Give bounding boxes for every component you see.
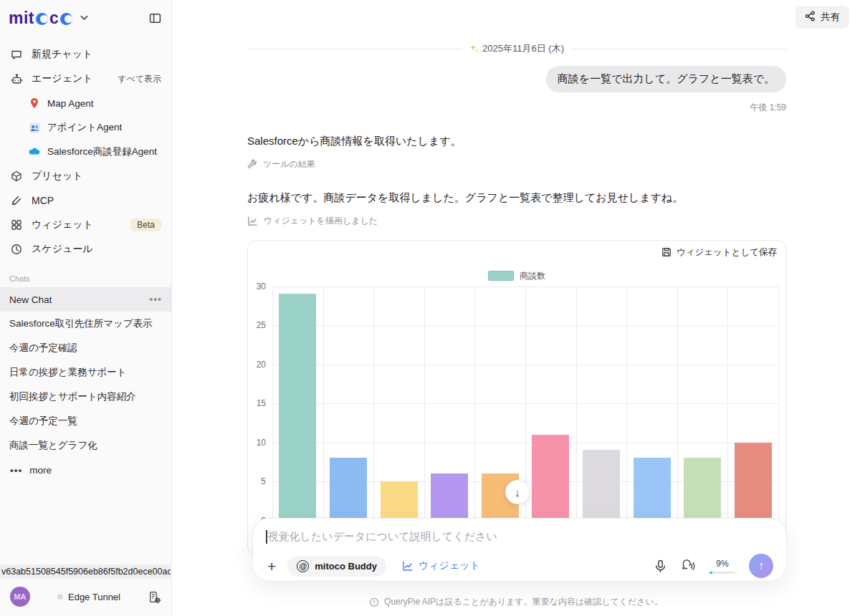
- assistant-message: お疲れ様です。商談データを取得しました。グラフと一覧表で整理してお見せしますね。: [247, 190, 786, 206]
- y-axis-tick-label: 20: [257, 360, 266, 370]
- sidebar-item-label: エージェント: [32, 72, 93, 85]
- y-axis-tick-label: 10: [257, 438, 266, 448]
- chart-bar[interactable]: [532, 435, 569, 521]
- show-all-agents-link[interactable]: すべて表示: [118, 73, 161, 85]
- chart-bar[interactable]: [735, 443, 772, 521]
- date-label: 2025年11月6日 (木): [469, 42, 564, 55]
- user-message-row: 商談を一覧で出力して。グラフと一覧表で。: [247, 66, 786, 92]
- attach-button[interactable]: +: [266, 559, 277, 574]
- robot-icon: [10, 73, 23, 85]
- y-axis-tick-label: 5: [261, 476, 266, 486]
- disclaimer-text: QueryPie AIPは誤ることがあります。重要な内容は確認してください。: [384, 596, 663, 608]
- divider-line: [247, 49, 462, 49]
- beta-badge: Beta: [130, 218, 161, 231]
- agent-label: Map Agent: [47, 98, 94, 109]
- sidebar-item-appoint-agent[interactable]: アポイントAgent: [0, 115, 171, 140]
- scroll-to-bottom-button[interactable]: ↓: [505, 480, 530, 504]
- sidebar-nav: 新規チャット エージェント すべて表示 Map Agent アポイントAge: [0, 42, 171, 261]
- message-timestamp: 午後 1:59: [247, 102, 786, 114]
- widget-mode-button[interactable]: ウィジェット: [402, 559, 480, 572]
- chevron-down-icon[interactable]: [80, 12, 89, 25]
- sidebar-item-presets[interactable]: プリセット: [0, 164, 171, 188]
- gridline: [727, 287, 728, 521]
- org-settings-icon[interactable]: [148, 590, 161, 604]
- chart-bar[interactable]: [330, 458, 367, 520]
- share-button[interactable]: 共有: [796, 6, 849, 29]
- info-icon: [369, 597, 379, 607]
- gridline: [474, 287, 475, 521]
- agent-label: Salesforce商談登録Agent: [47, 145, 157, 158]
- tunnel-hash: v63ab51508545f5906eb86f5fb2d0ece00ac: [0, 564, 171, 579]
- chat-list-item[interactable]: 商談一覧とグラフ化: [0, 433, 171, 458]
- chart-bar[interactable]: [381, 481, 418, 521]
- agent-selector-label: mitoco Buddy: [315, 561, 377, 572]
- tool-result-row[interactable]: ツールの結果: [247, 158, 786, 170]
- chat-list-item[interactable]: Salesforce取引先住所マップ表示: [0, 312, 171, 336]
- sidebar: mit c 新規チャット: [0, 0, 172, 616]
- chart-bar[interactable]: [684, 458, 721, 520]
- sidebar-footer: MA Edge Tunnel: [0, 584, 171, 609]
- chat-column: 2025年11月6日 (木) 商談を一覧で出力して。グラフと一覧表で。 午後 1…: [247, 0, 786, 555]
- chat-bubble-icon: [10, 49, 23, 60]
- sidebar-item-new-chat[interactable]: 新規チャット: [0, 42, 171, 67]
- avatar[interactable]: MA: [10, 587, 30, 607]
- save-widget-button[interactable]: ウィジェットとして保存: [661, 246, 777, 259]
- date-text: 2025年11月6日 (木): [482, 42, 564, 55]
- chat-list-item[interactable]: 今週の予定一覧: [0, 409, 171, 433]
- text-cursor: [266, 530, 267, 544]
- legend-label: 商談数: [520, 270, 545, 282]
- microphone-icon: [654, 559, 667, 573]
- chat-options-icon[interactable]: •••: [149, 294, 162, 305]
- wrench-icon: [247, 159, 257, 169]
- send-button[interactable]: ↑: [749, 554, 773, 578]
- floppy-disk-icon: [661, 247, 672, 257]
- usage-percent: 9%: [716, 559, 728, 569]
- chart-line-icon: [247, 216, 258, 226]
- disclaimer-footer: QueryPie AIPは誤ることがあります。重要な内容は確認してください。: [172, 596, 860, 608]
- app-logo[interactable]: mit c: [9, 9, 89, 28]
- chart-bar[interactable]: [583, 450, 620, 520]
- y-axis-tick-label: 15: [257, 398, 266, 408]
- gridline: [424, 287, 425, 521]
- chat-title: 今週の予定一覧: [9, 415, 77, 428]
- gridline: [272, 287, 273, 521]
- sidebar-item-map-agent[interactable]: Map Agent: [0, 91, 171, 115]
- chat-list-item[interactable]: 初回挨拶とサポート内容紹介: [0, 385, 171, 409]
- y-axis-tick-label: 25: [257, 320, 266, 330]
- chart-legend[interactable]: 商談数: [248, 270, 785, 282]
- composer-placeholder: 視覚化したいデータについて説明してください: [268, 530, 497, 544]
- down-arrow-icon: ↓: [515, 486, 520, 499]
- chart-widget-card: ウィジェットとして保存 商談数 051015202530受注最終交渉価格交渉提案…: [247, 240, 786, 555]
- sidebar-item-schedule[interactable]: スケジュール: [0, 237, 171, 261]
- usage-meter[interactable]: 9%: [710, 559, 735, 574]
- chats-more-button[interactable]: ••• more: [0, 458, 171, 482]
- chat-list-item[interactable]: 日常の挨拶と業務サポート: [0, 360, 171, 385]
- sidebar-item-mcp[interactable]: MCP: [0, 188, 171, 213]
- sidebar-item-salesforce-agent[interactable]: Salesforce商談登録Agent: [0, 140, 171, 164]
- chat-list-item-selected[interactable]: New Chat •••: [0, 287, 171, 312]
- composer-input[interactable]: 視覚化したいデータについて説明してください: [266, 529, 773, 544]
- share-label: 共有: [821, 11, 840, 24]
- sidebar-item-widgets[interactable]: ウィジェット Beta: [0, 213, 171, 237]
- up-arrow-icon: ↑: [758, 559, 764, 572]
- widget-drawn-row[interactable]: ウィジェットを描画しました: [247, 215, 786, 227]
- chart-bar[interactable]: [279, 294, 316, 520]
- chart-bar[interactable]: [431, 473, 468, 520]
- assistant-message: Salesforceから商談情報を取得いたします。: [247, 133, 786, 149]
- logo-moon-icon: [36, 13, 48, 25]
- chart-line-icon: [402, 560, 414, 572]
- chat-list-item[interactable]: 今週の予定確認: [0, 336, 171, 360]
- sidebar-header: mit c: [0, 0, 171, 35]
- edge-tunnel-status: Edge Tunnel: [57, 592, 120, 602]
- voice-waves-icon: [681, 559, 696, 573]
- microphone-button[interactable]: [654, 559, 667, 573]
- app-window: mit c 新規チャット: [0, 0, 860, 616]
- agent-selector-pill[interactable]: @ mitoco Buddy: [287, 556, 386, 577]
- logo-text: mit: [9, 9, 34, 28]
- voice-mode-button[interactable]: [681, 559, 696, 573]
- chart-bar[interactable]: [634, 458, 671, 520]
- sidebar-toggle-icon[interactable]: [149, 12, 161, 24]
- sidebar-item-label: スケジュール: [32, 243, 93, 256]
- widget-mode-label: ウィジェット: [419, 559, 480, 572]
- sidebar-item-agents[interactable]: エージェント すべて表示: [0, 67, 171, 91]
